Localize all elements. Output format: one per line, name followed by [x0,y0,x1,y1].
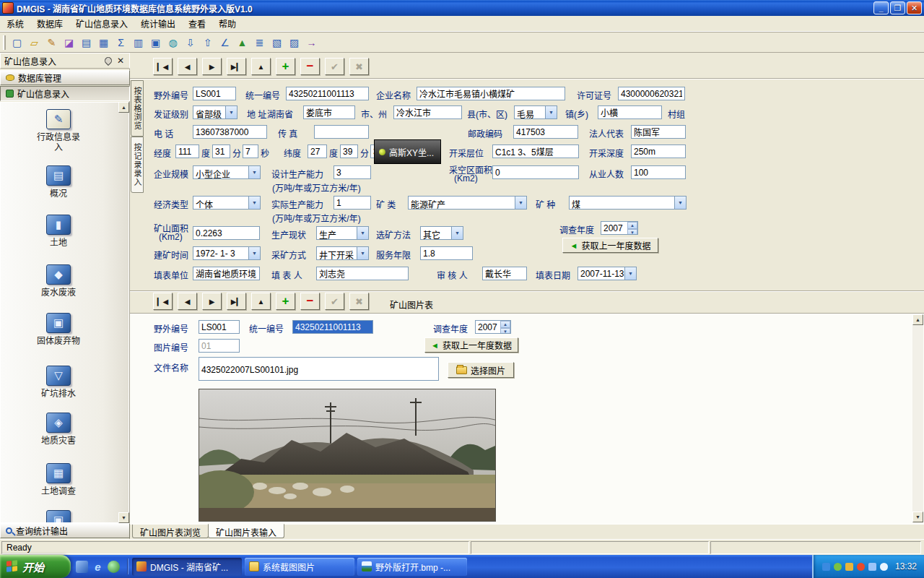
menu-system[interactable]: 系统 [0,15,30,32]
scroll-up-icon[interactable]: ▲ [912,314,923,325]
toolbar-chart[interactable]: ▥ [130,35,147,51]
pic-fetch-prev-year-button[interactable]: ◄ 获取上一年度数据 [424,337,518,353]
build-time-select[interactable]: 1972- 1- 3▼ [193,246,261,260]
toolbar-database[interactable]: ▤ [78,35,95,51]
toolbar-print[interactable]: ▣ [147,35,164,51]
nav-next-button[interactable]: ▶ [202,58,222,75]
spin-down-icon[interactable]: ▼ [627,229,637,235]
mining-method-select[interactable]: 井下开采▼ [316,246,369,260]
tab-picture-input[interactable]: 矿山图片表输入 [208,524,284,538]
sidebar-group-database[interactable]: 数据库管理 [0,70,130,85]
license-input[interactable] [618,87,685,100]
lat-deg-input[interactable] [308,144,327,158]
menu-view[interactable]: 查看 [182,15,212,32]
sidebar-item-geo-hazard[interactable]: ◈ 地质灾害 [1,413,116,446]
fax-input[interactable] [314,125,369,139]
mining-layer-input[interactable] [492,144,579,158]
nav-insert-button[interactable]: + [276,58,295,75]
ore-kind-select[interactable]: 煤▼ [569,196,687,210]
restore-button[interactable]: ❐ [890,1,905,14]
tray-network-icon[interactable] [868,563,876,571]
toolbar-grip[interactable] [3,35,6,50]
toolbar-download[interactable]: ⇩ [182,35,199,51]
ore-class-select[interactable]: 能源矿产▼ [408,196,527,210]
sidebar-item-land-survey[interactable]: ▦ 土地调查 [1,463,116,496]
nav-delete-button[interactable]: − [300,58,320,75]
lon-deg-input[interactable] [175,144,199,158]
enterprise-input[interactable] [417,87,565,100]
design-capacity-input[interactable] [334,165,371,179]
scale-select[interactable]: 小型企业▼ [193,165,261,179]
minimize-button[interactable]: _ [873,1,889,14]
sidebar-item-land[interactable]: ▮ 土地 [1,215,116,248]
toolbar-stamp[interactable]: ◪ [61,35,77,51]
county-select[interactable]: 毛易▼ [514,105,557,119]
lat-min-input[interactable] [340,144,358,158]
pic-unified-no-input[interactable] [292,320,373,334]
dressing-select[interactable]: 其它▼ [420,226,463,240]
nav-post-button[interactable]: ✔ [325,58,344,75]
toolbar-map[interactable]: ▧ [269,35,285,51]
spin-down-icon[interactable]: ▼ [500,328,510,334]
goaf-area-input[interactable] [492,165,579,179]
toolbar-globe[interactable]: ◍ [165,35,181,51]
sidebar-item-overview[interactable]: ▤ 概况 [1,165,116,199]
toolbar-sum[interactable]: Σ [113,35,129,51]
pic-nav-up-button[interactable]: ▲ [251,293,271,310]
pic-nav-delete-button[interactable]: − [300,293,320,310]
file-name-input[interactable] [199,357,439,381]
fill-unit-input[interactable] [193,267,260,280]
tray-volume-icon[interactable] [880,563,888,571]
sidebar-close-icon[interactable]: ✕ [116,56,126,66]
auditor-input[interactable] [482,267,527,280]
mining-depth-input[interactable] [631,144,686,158]
sidebar-item-partial[interactable]: ▣ [1,510,116,523]
toolbar-edit[interactable]: ✎ [43,35,60,51]
phone-input[interactable] [193,125,267,139]
nav-last-button[interactable]: ▶▎ [227,58,246,75]
toolbar-export[interactable]: → [303,35,320,51]
task-screenshot-folder[interactable]: 系统截图图片 [245,558,354,576]
postcode-input[interactable] [513,125,578,139]
field-no-input[interactable] [193,87,236,100]
town-input[interactable] [598,105,662,119]
media-player-icon[interactable] [108,561,120,573]
task-bmp-file[interactable]: 野外版打开.bmp -... [357,558,467,576]
start-button[interactable]: 开始 [0,555,71,578]
scroll-down-icon[interactable]: ▼ [912,512,923,522]
close-button[interactable]: ✕ [907,1,922,14]
status-select[interactable]: 生产▼ [316,226,369,240]
task-dmgis[interactable]: DMGIS - 湖南省矿... [132,558,242,576]
legal-rep-input[interactable] [631,125,686,139]
unified-no-input[interactable] [286,87,369,100]
sidebar-group-mine-entry[interactable]: 矿山信息录入 [0,86,130,101]
spin-up-icon[interactable]: ▲ [627,222,637,229]
pic-field-no-input[interactable] [199,320,240,334]
scroll-up-icon[interactable]: ▲ [118,102,129,113]
toolbar-open[interactable]: ▱ [26,35,43,51]
choose-picture-button[interactable]: 选择图片 [448,362,514,378]
toolbar-ruler[interactable]: ∠ [217,35,233,51]
fill-person-input[interactable] [316,267,409,280]
actual-capacity-input[interactable] [334,196,371,210]
tray-display-icon[interactable] [822,563,830,571]
sidebar-item-solid-waste[interactable]: ▣ 固体废弃物 [1,313,116,346]
scroll-down-icon[interactable]: ▼ [118,512,129,523]
menu-help[interactable]: 帮助 [212,15,243,32]
pic-nav-first-button[interactable]: ▎◀ [153,293,173,310]
nav-up-button[interactable]: ▲ [251,58,271,75]
tray-shield-icon[interactable] [834,563,842,571]
sidebar-item-pit-drainage[interactable]: ▽ 矿坑排水 [1,366,116,399]
internet-explorer-icon[interactable]: e [92,561,104,573]
toolbar-table[interactable]: ▦ [95,35,112,51]
tab-record-entry[interactable]: 按记录录入 [131,137,144,193]
cert-level-select[interactable]: 省部级▼ [193,105,237,119]
tray-update-icon[interactable] [845,563,853,571]
city-state-input[interactable] [393,105,462,119]
show-desktop-icon[interactable] [76,561,88,573]
nav-prev-button[interactable]: ◀ [178,58,197,75]
pic-nav-prev-button[interactable]: ◀ [178,293,197,310]
toolbar-upload[interactable]: ⇧ [199,35,216,51]
nav-cancel-button[interactable]: ✖ [349,58,369,75]
pic-nav-post-button[interactable]: ✔ [325,293,344,310]
